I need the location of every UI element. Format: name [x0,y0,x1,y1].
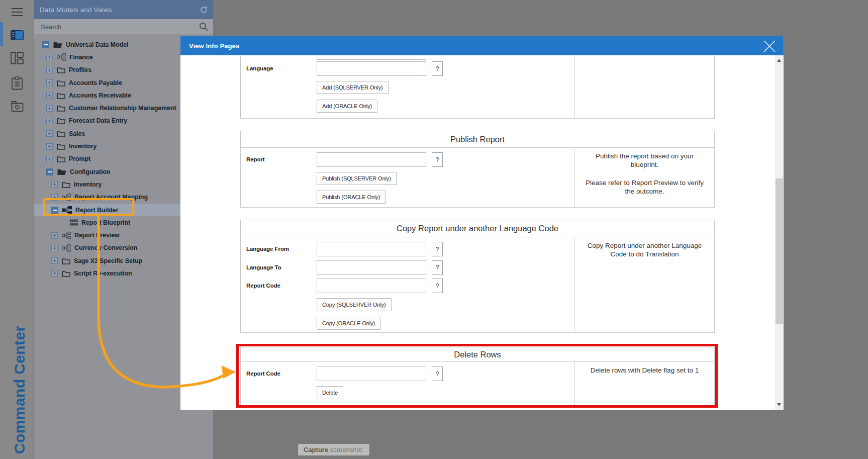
expander-plus-icon[interactable] [51,245,58,251]
refresh-icon[interactable] [200,6,208,14]
expander-plus-icon[interactable] [46,79,53,86]
copy-oracle-only-button[interactable]: Copy (ORACLE Only) [317,317,380,330]
tree-item-label: Finance [69,54,93,61]
expander-plus-icon[interactable] [46,156,53,162]
expander-plus-icon[interactable] [51,257,58,264]
add-sqlserver-only-button[interactable]: Add (SQLSERVER Only) [317,81,389,94]
modal-title: View Info Pages [189,42,239,50]
copy-sqlserver-only-button[interactable]: Copy (SQLSERVER Only) [317,298,392,311]
tree-item-label: Accounts Receivable [69,92,131,99]
publish-sqlserver-only-button[interactable]: Publish (SQLSERVER Only) [317,172,397,185]
language-to-input[interactable] [317,260,426,275]
description-text: Publish the report based on your bluepri… [582,152,708,169]
expander-plus-icon[interactable] [51,232,58,239]
expander-plus-icon[interactable] [51,181,58,188]
capture-label-rest: screenshot. [328,446,364,453]
language-from-label: Language From [246,246,289,252]
description-text: Delete rows with Delete flag set to 1 [582,366,708,375]
expander-plus-icon[interactable] [46,130,53,137]
help-button[interactable]: ? [432,242,443,256]
section-description: Publish the report based on your bluepri… [574,147,715,207]
folder-open-icon [57,168,66,175]
tree-item-label: Currency Conversion [74,244,137,251]
modal-scrollbar[interactable] [775,55,784,410]
tree-panel-title: Data Models and Views [40,6,200,14]
language-label: Language [246,65,273,71]
tree-item-label: Universal Data Model [66,41,128,48]
section-title: Delete Rows [241,347,714,362]
help-button[interactable]: ? [432,260,443,275]
help-button[interactable]: ? [432,366,443,381]
view-info-pages-modal: View Info Pages Language?Add (SQLSERVER … [180,36,783,410]
add-oracle-only-button[interactable]: Add (ORACLE Only) [317,100,377,113]
scrollbar-thumb[interactable] [776,178,783,324]
tree-item-label: Inventory [69,143,97,150]
scroll-up-button[interactable] [777,59,781,62]
tree-panel-header: Data Models and Views [34,0,213,19]
folder-icon [57,105,65,112]
expander-minus-icon[interactable] [46,168,53,175]
hamburger-menu-icon[interactable] [0,7,34,17]
expander-plus-icon[interactable] [46,118,53,124]
tree-item-label: Profiles [69,66,91,73]
section-copy-report-under-another-language-code: Copy Report under another Language CodeL… [240,220,715,333]
share-icon [57,53,66,61]
clipboard-icon[interactable] [0,76,34,90]
tree-item-label: Inventory [74,181,102,188]
language-from-input[interactable] [317,242,426,256]
report-code-input[interactable] [317,279,426,293]
folder-open-icon [53,41,62,48]
tree-search-row [34,19,213,34]
language-input[interactable] [317,61,426,76]
expander-plus-icon[interactable] [46,143,53,150]
tree-item-label: Prompt [69,155,90,162]
share-filled-icon [62,206,72,214]
folder-icon [62,270,70,277]
tree-item-label: Script Re-execution [74,270,132,277]
folder-icon [57,143,65,150]
capture-screenshot-button[interactable]: Capture screenshot. [298,444,369,455]
search-input[interactable] [40,23,199,31]
tree-item-label: Configuration [70,168,111,175]
tree-item-label: Report Preview [74,232,120,239]
cutoff-input [317,56,426,60]
expander-plus-icon[interactable] [46,105,53,112]
folder-icon [57,130,65,137]
folder-icon [57,79,65,86]
dashboard-icon[interactable] [0,52,34,64]
publish-oracle-only-button[interactable]: Publish (ORACLE Only) [317,191,385,204]
section-title: Copy Report under another Language Code [241,220,714,237]
expander-plus-icon[interactable] [46,67,53,73]
expander-minus-icon[interactable] [51,207,58,214]
folder-icon [57,66,65,73]
help-button[interactable]: ? [432,279,443,293]
folder-heart-icon[interactable] [0,101,34,112]
section-description: Delete rows with Delete flag set to 1 [574,361,715,405]
expander-plus-icon[interactable] [46,54,53,60]
close-icon[interactable] [763,40,776,53]
capture-label-bold: Capture [304,446,328,453]
scroll-down-button[interactable] [777,403,781,406]
help-button[interactable]: ? [432,61,443,76]
folder-icon [57,117,65,124]
report-label: Report [246,156,264,162]
share-icon [62,232,71,239]
grid-icon [70,219,78,226]
data-models-icon[interactable] [0,30,34,40]
tree-item-label: Sage X3 Specific Setup [74,257,142,264]
report-input[interactable] [317,152,426,167]
help-button[interactable]: ? [432,152,443,167]
expander-plus-icon[interactable] [46,92,53,99]
description-text: Copy Report under another Language Code … [582,241,708,259]
expander-plus-icon[interactable] [51,194,58,201]
expander-plus-icon[interactable] [51,270,58,277]
page: Data Models and Views Universal Data Mod… [0,0,868,459]
tree-item-label: Forecast Data Entry [69,117,127,124]
report-code-input[interactable] [317,366,426,381]
tree-item-label: Customer Relationship Management [69,105,176,112]
folder-icon [57,92,65,99]
description-text: Please refer to Report Preview to verify… [582,178,708,196]
delete-button[interactable]: Delete [317,386,343,399]
expander-minus-icon[interactable] [42,41,49,48]
section-delete-rows: Delete RowsReport Code?DeleteDelete rows… [240,347,715,406]
